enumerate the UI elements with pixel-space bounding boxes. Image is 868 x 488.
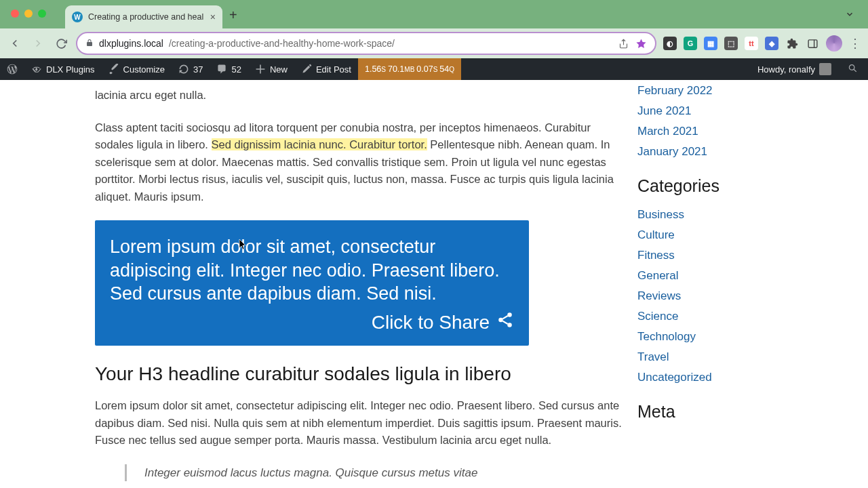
browser-toolbar: dlxplugins.local/creating-a-productive-a…: [0, 28, 868, 58]
share-nodes-icon: [496, 311, 514, 333]
new-content-menu[interactable]: New: [248, 58, 294, 80]
new-tab-button[interactable]: +: [222, 5, 244, 28]
category-item: Culture: [637, 228, 827, 242]
comment-icon: [216, 64, 227, 75]
svg-point-4: [507, 312, 512, 317]
browser-menu-button[interactable]: ⋮: [849, 36, 861, 51]
back-button[interactable]: [7, 35, 23, 52]
archive-link[interactable]: June 2021: [637, 104, 691, 117]
url-path: /creating-a-productive-and-healthy-home-…: [169, 38, 395, 49]
archive-item: March 2021: [637, 125, 827, 138]
tab-close-icon[interactable]: ×: [210, 12, 216, 22]
address-bar[interactable]: dlxplugins.local/creating-a-productive-a…: [76, 32, 656, 55]
reload-button[interactable]: [53, 35, 69, 52]
wordpress-logo-icon: [7, 64, 18, 75]
categories-heading: Categories: [637, 176, 827, 196]
category-item: General: [637, 269, 827, 283]
meta-heading: Meta: [637, 402, 827, 422]
extension-icon[interactable]: tt: [745, 37, 758, 50]
categories-list: BusinessCultureFitnessGeneralReviewsScie…: [637, 208, 827, 384]
query-monitor-stats[interactable]: 1.56s 70.1MB 0.07s 54Q: [358, 58, 461, 80]
click-to-share-box[interactable]: Lorem ipsum dolor sit amet, consectetur …: [95, 220, 529, 346]
extension-icon[interactable]: ◆: [765, 37, 778, 50]
site-name-label: DLX Plugins: [46, 64, 95, 75]
category-link[interactable]: General: [637, 269, 678, 282]
extension-icon[interactable]: ⬚: [724, 37, 738, 50]
highlighted-text: Sed dignissim lacinia nunc. Curabitur to…: [212, 138, 427, 150]
click-to-share-cta: Click to Share: [372, 312, 490, 333]
extension-icon[interactable]: ◐: [663, 37, 677, 50]
svg-marker-1: [636, 39, 646, 47]
sidebar: February 2022June 2021March 2021January …: [637, 80, 841, 481]
category-item: Reviews: [637, 289, 827, 303]
category-link[interactable]: Travel: [637, 350, 669, 363]
svg-point-6: [507, 323, 512, 327]
comments-count: 52: [231, 64, 241, 75]
share-icon[interactable]: [617, 37, 629, 49]
site-lock-icon[interactable]: [85, 39, 94, 49]
blockquote: Integer euismod lacus luctus magna. Quis…: [125, 464, 624, 482]
edit-post-label: Edit Post: [316, 64, 351, 75]
category-item: Technology: [637, 330, 827, 344]
category-link[interactable]: Science: [637, 310, 678, 323]
url-host: dlxplugins.local: [99, 38, 163, 49]
click-to-share-text: Lorem ipsum dolor sit amet, consectetur …: [110, 235, 514, 306]
browser-tab-active[interactable]: W Creating a productive and heal ×: [65, 5, 222, 28]
howdy-label: Howdy, ronalfy: [757, 64, 815, 75]
extension-icon[interactable]: ▦: [704, 37, 717, 50]
category-link[interactable]: Business: [637, 208, 684, 221]
article-h3: Your H3 headline curabitur sodales ligul…: [95, 363, 624, 385]
category-link[interactable]: Uncategorized: [637, 371, 712, 384]
admin-bar-search[interactable]: [838, 63, 868, 76]
wp-admin-bar: DLX Plugins Customize 37 52 New Edit Pos…: [0, 58, 868, 80]
paintbrush-icon: [108, 64, 119, 75]
site-name-menu[interactable]: DLX Plugins: [24, 58, 102, 80]
category-link[interactable]: Culture: [637, 228, 675, 241]
maximize-window-button[interactable]: [38, 9, 46, 18]
bookmark-star-icon[interactable]: [635, 37, 647, 49]
close-window-button[interactable]: [11, 9, 19, 18]
plus-icon: [255, 64, 266, 75]
update-icon: [178, 64, 189, 75]
extensions-menu-icon[interactable]: [785, 37, 799, 50]
svg-point-5: [498, 318, 503, 323]
archive-link[interactable]: March 2021: [637, 125, 698, 138]
browser-tab-strip: W Creating a productive and heal × +: [0, 0, 868, 28]
svg-rect-2: [808, 39, 817, 47]
article-content: lacinia arcu eget nulla. Class aptent ta…: [95, 80, 624, 481]
archive-link[interactable]: January 2021: [637, 145, 707, 158]
wp-logo-menu[interactable]: [0, 58, 24, 80]
archive-item: February 2022: [637, 84, 827, 98]
tab-list-button[interactable]: [837, 5, 863, 28]
tab-title: Creating a productive and heal: [88, 12, 205, 22]
window-controls: [11, 9, 46, 18]
page-viewport: lacinia arcu eget nulla. Class aptent ta…: [0, 80, 868, 488]
wordpress-favicon-icon: W: [72, 12, 83, 22]
my-account-menu[interactable]: Howdy, ronalfy: [751, 58, 838, 80]
paragraph: Lorem ipsum dolor sit amet, consectetur …: [95, 397, 624, 449]
category-item: Science: [637, 310, 827, 323]
comments-link[interactable]: 52: [210, 58, 248, 80]
category-item: Travel: [637, 350, 827, 364]
new-label: New: [270, 64, 288, 75]
paragraph-tail: lacinia arcu eget nulla.: [95, 87, 624, 104]
archive-link[interactable]: February 2022: [637, 84, 713, 97]
customize-link[interactable]: Customize: [102, 58, 172, 80]
forward-button[interactable]: [30, 35, 46, 52]
category-item: Fitness: [637, 249, 827, 262]
archive-item: January 2021: [637, 145, 827, 159]
category-link[interactable]: Technology: [637, 330, 696, 343]
archives-list: February 2022June 2021March 2021January …: [637, 84, 827, 159]
user-avatar-icon: [819, 63, 831, 75]
category-link[interactable]: Fitness: [637, 249, 675, 262]
edit-post-link[interactable]: Edit Post: [294, 58, 358, 80]
minimize-window-button[interactable]: [24, 9, 33, 18]
side-panel-icon[interactable]: [806, 37, 819, 50]
updates-link[interactable]: 37: [172, 58, 210, 80]
updates-count: 37: [193, 64, 203, 75]
pencil-icon: [301, 64, 312, 75]
profile-avatar-button[interactable]: [826, 35, 842, 52]
category-link[interactable]: Reviews: [637, 289, 681, 302]
extension-icon[interactable]: G: [684, 37, 697, 50]
category-item: Uncategorized: [637, 371, 827, 384]
